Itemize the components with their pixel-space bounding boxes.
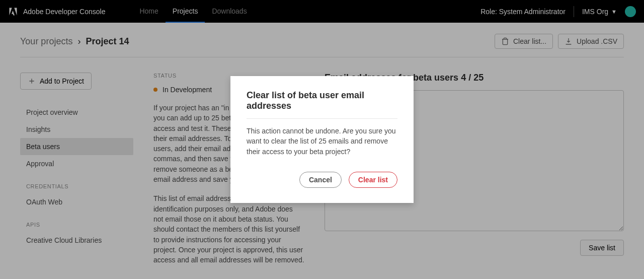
cancel-button[interactable]: Cancel <box>299 172 342 188</box>
modal-overlay[interactable]: Clear list of beta user email addresses … <box>0 0 644 279</box>
modal-actions: Cancel Clear list <box>247 172 397 188</box>
modal-title: Clear list of beta user email addresses <box>247 90 397 119</box>
confirm-clear-button[interactable]: Clear list <box>349 172 397 188</box>
clear-list-modal: Clear list of beta user email addresses … <box>230 76 414 203</box>
modal-body: This action cannot be undone. Are you su… <box>247 126 397 157</box>
